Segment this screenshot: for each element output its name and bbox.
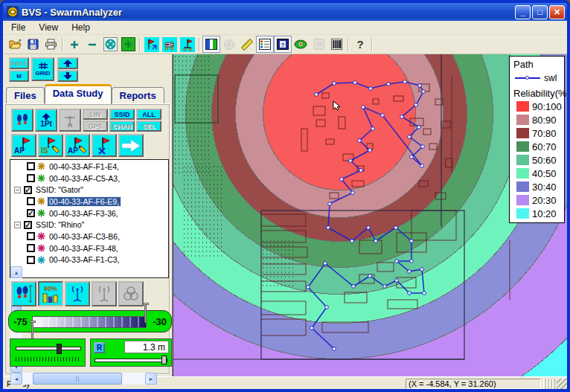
tree-item-label[interactable]: SSID: "Rhino" — [34, 220, 86, 229]
path-point[interactable] — [333, 347, 336, 351]
ap-flag-button[interactable]: AP — [11, 134, 36, 157]
signal-antenna-button[interactable] — [65, 281, 90, 306]
radius-slider-thumb[interactable] — [161, 356, 167, 364]
path-point[interactable] — [349, 159, 353, 163]
survey-cart-icon[interactable] — [161, 36, 179, 53]
path-point[interactable] — [367, 226, 371, 230]
path-point[interactable] — [327, 226, 330, 230]
path-point[interactable] — [408, 135, 412, 139]
tree-item-label[interactable]: SSID: "Gator" — [34, 185, 85, 194]
path-point[interactable] — [387, 83, 391, 86]
path-point[interactable] — [353, 81, 357, 85]
path-point[interactable] — [420, 268, 424, 271]
path-point[interactable] — [417, 126, 421, 129]
path-point[interactable] — [381, 114, 385, 118]
path-point[interactable] — [420, 164, 424, 168]
path-point[interactable] — [410, 155, 414, 159]
help-panel-icon[interactable]: ? — [274, 36, 292, 53]
tree-checkbox[interactable]: ✓ — [24, 186, 32, 194]
rssi-max-handle[interactable] — [144, 303, 147, 323]
footprint-measure-button[interactable] — [11, 281, 36, 306]
tree-item[interactable]: 00-40-33-AF-C3-B6, — [10, 231, 157, 242]
tag-oval-icon[interactable] — [292, 36, 310, 53]
path-point[interactable] — [358, 139, 362, 143]
path-point[interactable] — [421, 145, 425, 149]
flag-tool-icon[interactable] — [143, 36, 161, 53]
ruler-icon[interactable] — [238, 36, 256, 53]
scroll-thumb[interactable] — [33, 373, 122, 385]
center-view-icon[interactable] — [119, 36, 137, 53]
path-point[interactable] — [383, 285, 387, 289]
path-point[interactable] — [324, 262, 327, 266]
path-point[interactable] — [395, 279, 399, 283]
meters-button[interactable]: M — [9, 70, 29, 82]
tree-horizontal-scrollbar[interactable]: ◄ ► — [10, 373, 157, 385]
zoom-out-icon[interactable] — [83, 36, 101, 53]
path-point[interactable] — [410, 260, 414, 263]
position-slider-thumb[interactable] — [57, 344, 62, 354]
zoom-in-icon[interactable] — [65, 36, 83, 53]
tree-checkbox[interactable]: ✓ — [24, 221, 32, 229]
path-point[interactable] — [359, 169, 363, 173]
tree-item-label[interactable]: 00-40-33-AF-F3-48, — [48, 244, 120, 253]
path-point[interactable] — [422, 90, 426, 94]
path-point[interactable] — [352, 285, 356, 289]
path-point[interactable] — [307, 286, 310, 289]
tree-item-label[interactable]: 00-40-33-AF-F1-C3, — [48, 255, 121, 264]
path-point[interactable] — [423, 292, 426, 295]
tree-checkbox[interactable] — [27, 232, 35, 240]
split-panel-icon[interactable] — [202, 36, 220, 53]
tree-checkbox[interactable] — [27, 162, 35, 170]
collapse-icon[interactable]: − — [14, 187, 21, 193]
path-point[interactable] — [371, 127, 375, 131]
tree-item-label[interactable]: 00-40-33-AF-C3-B6, — [48, 232, 121, 241]
minimize-button[interactable]: _ — [515, 5, 531, 19]
print-icon[interactable] — [42, 36, 60, 53]
tree-checkbox[interactable] — [27, 174, 35, 182]
next-button[interactable] — [118, 134, 144, 157]
pan-down-button[interactable] — [57, 70, 78, 82]
path-point[interactable] — [408, 270, 412, 274]
path-point[interactable] — [400, 115, 404, 119]
path-point[interactable] — [395, 260, 399, 263]
path-point[interactable] — [408, 292, 412, 295]
tree-checkbox[interactable]: ✓ — [27, 209, 35, 217]
tree-checkbox[interactable] — [27, 244, 35, 252]
path-point[interactable] — [310, 327, 314, 330]
position-slider-track[interactable] — [16, 347, 81, 350]
path-point[interactable] — [362, 106, 365, 109]
path-point[interactable] — [315, 93, 318, 97]
tree-checkbox[interactable] — [27, 256, 35, 264]
tree-item[interactable]: −✓SSID: "Rhino" — [10, 219, 157, 231]
path-point[interactable] — [333, 82, 336, 86]
tree-item-label[interactable]: 00-40-33-AF-C5-A3, — [48, 174, 121, 183]
path-point[interactable] — [351, 191, 355, 195]
resize-grip[interactable] — [557, 379, 567, 389]
tree-item[interactable]: ✓00-40-33-AF-F3-36, — [10, 208, 157, 219]
ap-edit-flag-button[interactable]: AP — [65, 134, 90, 157]
tree-item-label[interactable]: 00-40-33-AF-F1-E4, — [48, 162, 121, 171]
tree-item-label[interactable]: 00-40-33-AF-F6-E9, — [48, 197, 121, 206]
ap-cart-icon[interactable] — [179, 36, 196, 53]
path-point[interactable] — [418, 84, 422, 88]
radius-slider-track[interactable] — [95, 359, 167, 362]
tree-item-label[interactable]: 00-40-33-AF-F3-36, — [48, 209, 120, 218]
save-icon[interactable] — [24, 36, 42, 53]
path-point[interactable] — [394, 226, 398, 230]
tree-item[interactable]: 00-40-33-AF-F1-C3, — [10, 254, 157, 266]
path-point[interactable] — [369, 87, 373, 91]
path-point[interactable] — [328, 202, 332, 206]
tab-data-study[interactable]: Data Study — [45, 84, 112, 104]
tree-item[interactable]: 00-40-33-AF-F6-E9, — [10, 196, 157, 208]
pan-up-button[interactable] — [57, 57, 78, 69]
path-point[interactable] — [403, 80, 407, 84]
is-edit-flag-button[interactable]: IS — [38, 134, 63, 157]
tree-item[interactable]: 00-40-33-AF-F1-E4, — [10, 161, 157, 173]
menu-file[interactable]: File — [4, 21, 32, 34]
fit-view-icon[interactable] — [101, 36, 119, 53]
menu-view[interactable]: View — [32, 21, 65, 34]
delete-flag-button[interactable] — [92, 134, 117, 157]
open-icon[interactable] — [6, 36, 24, 53]
path-point[interactable] — [340, 178, 344, 181]
radius-button[interactable]: R — [94, 342, 105, 353]
